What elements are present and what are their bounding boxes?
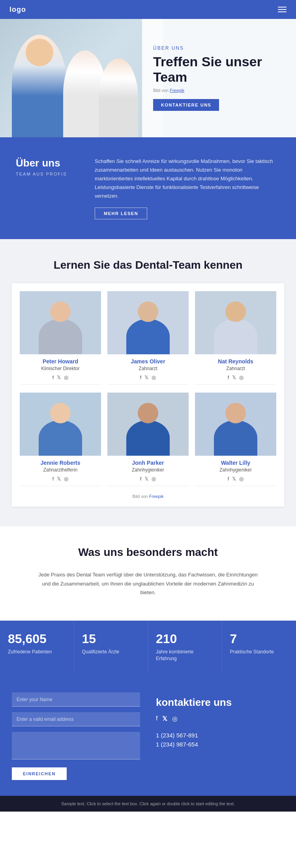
team-card: Jennie RobertsZahnarzthelferinf𝕏◎ bbox=[20, 393, 101, 488]
about-section: Über uns TEAM AUS PROFIS Schaffen Sie sc… bbox=[0, 137, 296, 239]
about-left: Über uns TEAM AUS PROFIS bbox=[16, 157, 79, 219]
footer-text: Sample text. Click to select the text bo… bbox=[61, 801, 235, 806]
special-title: Was uns besonders macht bbox=[12, 546, 284, 559]
special-section: Was uns besonders macht Jede Praxis des … bbox=[0, 526, 296, 620]
team-member-name: Walter Lilly bbox=[195, 460, 276, 466]
team-member-role: Zahnarzt bbox=[195, 366, 276, 371]
footer: Sample text. Click to select the text bo… bbox=[0, 796, 296, 812]
hero-label: ÜBER UNS bbox=[153, 45, 285, 51]
stat-number: 15 bbox=[82, 632, 140, 646]
stat-number: 7 bbox=[230, 632, 289, 646]
team-section: Lernen Sie das Dental-Team kennen Peter … bbox=[0, 239, 296, 526]
about-subtitle: TEAM AUS PROFIS bbox=[16, 172, 79, 176]
twitter-icon[interactable]: 𝕏 bbox=[162, 715, 167, 722]
stat-label: Jahre kombinierte Erfahrung bbox=[156, 649, 214, 662]
team-member-role: Zahnarzt bbox=[107, 366, 189, 371]
team-divider bbox=[107, 384, 189, 385]
team-card: James OliverZahnarztf𝕏◎ bbox=[107, 291, 189, 386]
team-member-socials: f𝕏◎ bbox=[20, 476, 101, 482]
stat-label: Zufriedene Patienten bbox=[8, 649, 66, 655]
team-card: Walter LillyZahnhygienikerf𝕏◎ bbox=[195, 393, 276, 488]
hero-credit: Bild von Freepik bbox=[153, 88, 285, 93]
team-member-name: Nat Reynolds bbox=[195, 358, 276, 365]
stat-box: 85,605Zufriedene Patienten bbox=[0, 621, 74, 673]
message-textarea[interactable] bbox=[12, 732, 140, 760]
special-description: Jede Praxis des Dental Team verfügt über… bbox=[37, 571, 259, 597]
team-section-title: Lernen Sie das Dental-Team kennen bbox=[12, 259, 284, 271]
team-divider bbox=[195, 384, 276, 385]
team-grid-bottom: Jennie RobertsZahnarzthelferinf𝕏◎Jonh Pa… bbox=[20, 393, 276, 488]
contact-info: kontaktiere uns f 𝕏 ◎ 1 (234) 567-891 1 … bbox=[156, 692, 284, 780]
social-icon[interactable]: f bbox=[140, 476, 142, 482]
stat-box: 7Praktische Standorte bbox=[222, 621, 296, 673]
social-icon[interactable]: 𝕏 bbox=[144, 374, 148, 380]
hero-overlay: ÜBER UNS Treffen Sie unser Team Bild von… bbox=[142, 19, 296, 137]
team-member-socials: f𝕏◎ bbox=[107, 374, 189, 380]
team-member-name: Jennie Roberts bbox=[20, 460, 101, 466]
header: logo bbox=[0, 0, 296, 19]
about-right: Schaffen Sie schnell Anreize für wirkung… bbox=[95, 157, 280, 219]
hero-section: ÜBER UNS Treffen Sie unser Team Bild von… bbox=[0, 19, 296, 137]
instagram-icon[interactable]: ◎ bbox=[172, 715, 178, 722]
social-icon[interactable]: ◎ bbox=[239, 374, 244, 380]
social-icon[interactable]: ◎ bbox=[239, 476, 244, 482]
team-member-name: Jonh Parker bbox=[107, 460, 189, 466]
name-input[interactable] bbox=[12, 692, 140, 707]
team-member-socials: f𝕏◎ bbox=[195, 374, 276, 380]
freepik-link[interactable]: Freepik bbox=[170, 88, 184, 93]
social-icon[interactable]: 𝕏 bbox=[57, 374, 61, 380]
team-divider bbox=[107, 486, 189, 486]
team-divider bbox=[195, 486, 276, 486]
team-member-role: Zahnhygieniker bbox=[107, 467, 189, 473]
stat-box: 15Qualifizierte Ärzte bbox=[74, 621, 148, 673]
social-icon[interactable]: f bbox=[228, 374, 229, 380]
team-member-name: James Oliver bbox=[107, 358, 189, 365]
menu-button[interactable] bbox=[278, 7, 287, 12]
stat-label: Qualifizierte Ärzte bbox=[82, 649, 140, 655]
social-icon[interactable]: ◎ bbox=[152, 374, 156, 380]
team-grid-wrapper: Peter HowardKlinischer Direktorf𝕏◎James … bbox=[12, 283, 284, 507]
social-icon[interactable]: 𝕏 bbox=[144, 476, 148, 482]
team-divider bbox=[20, 486, 101, 486]
stat-number: 85,605 bbox=[8, 632, 66, 646]
team-grid: Peter HowardKlinischer Direktorf𝕏◎James … bbox=[20, 291, 276, 386]
contact-us-button[interactable]: KONTAKTIERE UNS bbox=[153, 99, 219, 111]
social-icon[interactable]: f bbox=[140, 374, 142, 380]
about-description: Schaffen Sie schnell Anreize für wirkung… bbox=[95, 157, 280, 200]
contact-section: EINREICHEN kontaktiere uns f 𝕏 ◎ 1 (234)… bbox=[0, 673, 296, 796]
email-input[interactable] bbox=[12, 712, 140, 726]
social-icon[interactable]: ◎ bbox=[64, 476, 68, 482]
contact-title: kontaktiere uns bbox=[156, 696, 284, 709]
team-card: Peter HowardKlinischer Direktorf𝕏◎ bbox=[20, 291, 101, 386]
team-freepik-link[interactable]: Freepik bbox=[149, 494, 164, 499]
logo: logo bbox=[9, 6, 26, 14]
social-icon[interactable]: 𝕏 bbox=[232, 374, 236, 380]
social-icon[interactable]: 𝕏 bbox=[57, 476, 61, 482]
social-icon[interactable]: f bbox=[228, 476, 229, 482]
facebook-icon[interactable]: f bbox=[156, 715, 157, 722]
social-icon[interactable]: 𝕏 bbox=[232, 476, 236, 482]
team-member-socials: f𝕏◎ bbox=[20, 374, 101, 380]
stat-number: 210 bbox=[156, 632, 214, 646]
stats-grid: 85,605Zufriedene Patienten15Qualifiziert… bbox=[0, 621, 296, 673]
about-title: Über uns bbox=[16, 157, 79, 169]
team-member-role: Zahnhygieniker bbox=[195, 467, 276, 473]
hero-image bbox=[0, 19, 163, 137]
submit-button[interactable]: EINREICHEN bbox=[12, 767, 67, 780]
team-member-socials: f𝕏◎ bbox=[195, 476, 276, 482]
hero-title: Treffen Sie unser Team bbox=[153, 54, 285, 85]
social-icon[interactable]: f bbox=[52, 476, 54, 482]
read-more-button[interactable]: MEHR LESEN bbox=[95, 208, 147, 219]
team-divider bbox=[20, 384, 101, 385]
stat-box: 210Jahre kombinierte Erfahrung bbox=[148, 621, 222, 673]
team-card: Jonh ParkerZahnhygienikerf𝕏◎ bbox=[107, 393, 189, 488]
social-icon[interactable]: ◎ bbox=[64, 374, 68, 380]
social-icon[interactable]: f bbox=[52, 374, 54, 380]
phone2: 1 (234) 987-654 bbox=[156, 741, 284, 748]
social-icon[interactable]: ◎ bbox=[152, 476, 156, 482]
stat-label: Praktische Standorte bbox=[230, 649, 289, 655]
team-member-role: Zahnarzthelferin bbox=[20, 467, 101, 473]
contact-socials: f 𝕏 ◎ bbox=[156, 715, 284, 722]
contact-form: EINREICHEN bbox=[12, 692, 140, 780]
team-member-role: Klinischer Direktor bbox=[20, 366, 101, 371]
